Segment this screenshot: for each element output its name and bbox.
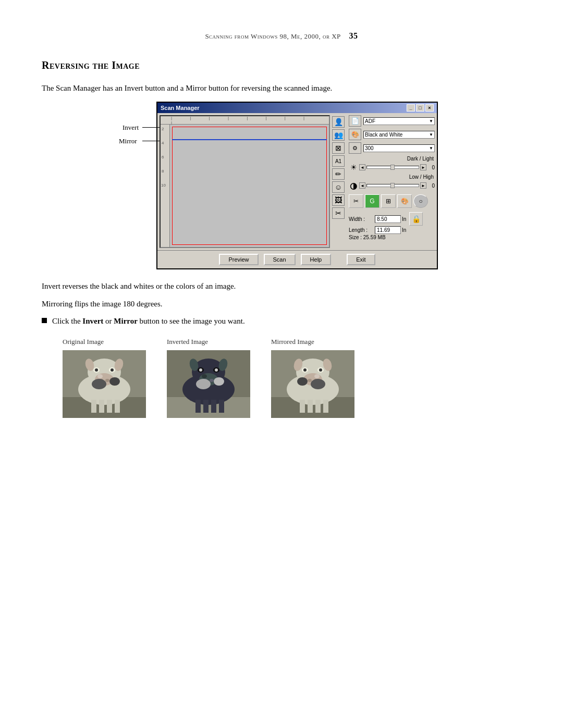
svg-rect-37 [211,400,216,413]
brightness-row: Dark / Light ☀ ◄ ► 0 [349,156,435,172]
width-unit: In [402,216,406,222]
dimensions-panel: Width : In 🔒 Length : In Size : 25.59 MB [349,212,435,241]
mirror-annotation-label: Mirror [119,137,137,145]
brightness-thumb[interactable] [390,165,395,170]
inverted-caption: Inverted Image [167,338,208,346]
dialog-title: Scan Manager [161,105,200,111]
exit-button[interactable]: Exit [347,254,375,265]
contrast-slider: ◑ ◄ ► 0 [349,181,435,190]
para2: Mirroring flips the image 180 degrees. [42,298,407,310]
person-icon[interactable]: 👤 [332,116,345,128]
length-label: Length : [349,227,374,233]
contrast-value: 0 [427,183,435,189]
brightness-right-arrow[interactable]: ► [420,164,426,170]
svg-point-26 [210,379,214,382]
preview-panel: | | | | | | | | | 2 4 6 8 10 [160,115,330,248]
mode-select[interactable]: Black and White ▼ [363,131,435,139]
face-icon[interactable]: ☺ [332,181,345,193]
settings-panel: 📄 ADF ▼ 🎨 Black and White ▼ [349,115,435,248]
intro-text: The Scan Manager has an Invert button an… [42,82,386,94]
svg-point-30 [215,368,218,372]
section-heading: Reversing the Image [42,59,521,71]
svg-point-28 [199,368,202,372]
width-input[interactable] [375,215,401,223]
svg-rect-15 [91,400,96,413]
people-icon[interactable]: 👥 [332,129,345,141]
scissors-icon[interactable]: ✂ [332,207,345,219]
contrast-left-arrow[interactable]: ◄ [359,182,365,189]
dialog-titlebar: Scan Manager _ □ × [157,103,437,113]
pencil-icon[interactable]: ✏ [332,168,345,180]
svg-point-50 [303,368,307,372]
close-button[interactable]: × [425,104,434,112]
ruler-left: 2 4 6 8 10 [161,125,170,247]
svg-point-6 [105,379,109,382]
selection-border [172,127,327,245]
svg-rect-17 [107,400,112,413]
brightness-label: Dark / Light [349,156,435,162]
invert-annotation-label: Invert [123,124,139,132]
action-icons-row[interactable]: ✂ G ⊞ 🎨 ○ [349,194,435,208]
contrast-track[interactable] [366,184,419,187]
resolution-icon: ⚙ [349,142,361,154]
resolution-select[interactable]: 300 ▼ [363,144,435,152]
svg-point-39 [202,374,207,378]
svg-point-19 [97,374,103,378]
scan-manager-dialog[interactable]: Scan Manager _ □ × | | | | | | | | | [156,102,438,269]
dialog-body: | | | | | | | | | 2 4 6 8 10 [157,113,437,250]
titlebar-controls[interactable]: _ □ × [407,104,434,112]
color-icon-btn[interactable]: G [365,194,380,208]
brightness-left-arrow[interactable]: ◄ [359,164,365,170]
size-row: Size : 25.59 MB [349,235,435,240]
original-image-example: Original Image [63,338,146,418]
toolbar-icons[interactable]: 👤 👥 ⊠ A1 ✏ ☺ 🖼 ✂ [332,115,347,248]
original-cow-image [63,350,146,418]
length-row: Length : In [349,226,435,234]
palette-icon-btn[interactable]: 🎨 [397,194,412,208]
ruler-top: | | | | | | | | | [161,116,329,125]
minimize-button[interactable]: _ [407,104,415,112]
text-icon[interactable]: A1 [332,155,345,167]
grid-icon-btn[interactable]: ⊞ [381,194,396,208]
preview-button[interactable]: Preview [219,254,258,265]
image-icon[interactable]: 🖼 [332,194,345,206]
svg-rect-36 [203,400,209,413]
mirrored-caption: Mirrored Image [271,338,314,346]
invert-line-indicator [172,139,327,140]
brightness-icon: ☀ [349,163,358,172]
svg-point-54 [297,377,308,386]
lock-icon[interactable]: 🔒 [409,212,423,226]
bullet-text: Click the Invert or Mirror button to see… [52,315,245,327]
source-select[interactable]: ADF ▼ [363,117,435,125]
contrast-thumb[interactable] [390,183,395,188]
svg-rect-58 [323,400,328,413]
svg-point-59 [314,374,320,378]
mode-value: Black and White [365,132,402,138]
svg-rect-56 [308,400,313,413]
length-input[interactable] [375,226,401,234]
chapter-title: Scanning from Windows 98, Me, 2000, or X… [205,32,340,40]
contrast-right-arrow[interactable]: ► [420,182,426,189]
dialog-buttons[interactable]: Preview Scan Help Exit [157,250,437,268]
help-button[interactable]: Help [301,254,332,265]
maximize-button[interactable]: □ [416,104,424,112]
mirror-bold: Mirror [114,317,138,325]
mode-row: 🎨 Black and White ▼ [349,129,435,140]
crop-icon[interactable]: ⊠ [332,142,345,154]
preview-canvas [170,125,329,247]
mirrored-image-example: Mirrored Image [271,338,354,418]
svg-rect-55 [300,400,305,413]
svg-point-33 [196,379,211,389]
svg-rect-18 [115,400,120,413]
brightness-track[interactable] [366,166,419,169]
contrast-row: Low / High ◑ ◄ ► 0 [349,174,435,190]
scan-icon-btn[interactable]: ✂ [349,194,363,208]
source-arrow: ▼ [429,119,433,124]
screenshot-area: Invert Mirror Scan Manager _ □ × [42,102,521,269]
mode-icon: 🎨 [349,129,361,140]
inverted-cow-svg [167,350,250,418]
scan-button[interactable]: Scan [264,254,296,265]
circle-icon-btn[interactable]: ○ [413,194,428,208]
invert-bold: Invert [82,317,103,325]
inverted-cow-image [167,350,250,418]
